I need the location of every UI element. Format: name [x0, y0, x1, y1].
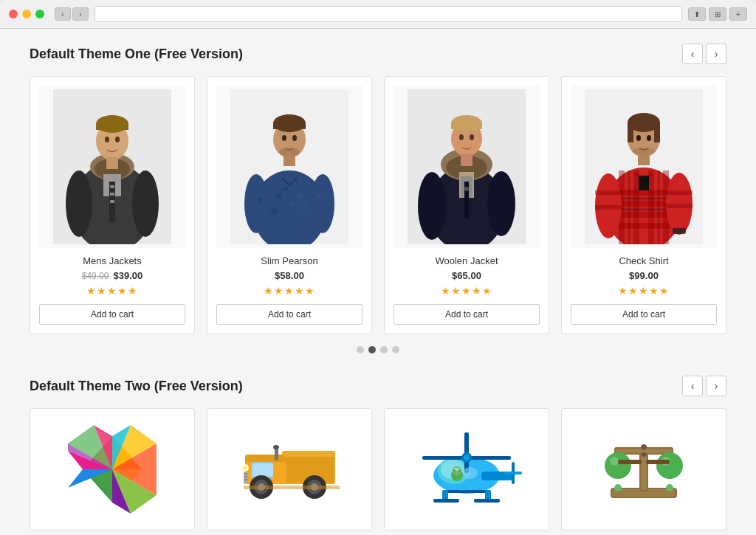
product-card-check-shirt: Check Shirt $99.00 ★★★★★ Add to cart [561, 76, 726, 334]
svg-point-20 [291, 201, 295, 206]
product-prices-mens-jackets: $49.00 $39.00 [82, 270, 142, 281]
toy-card-helicopter [384, 408, 549, 531]
browser-actions: ⬆ ⊞ + [688, 7, 747, 21]
add-to-cart-mens-jackets[interactable]: Add to cart [39, 304, 185, 325]
svg-point-146 [605, 452, 631, 479]
svg-rect-16 [110, 200, 114, 203]
stars-mens-jackets: ★★★★★ [86, 285, 138, 297]
dot-2[interactable] [368, 346, 376, 353]
svg-rect-7 [96, 124, 128, 130]
svg-point-34 [292, 135, 297, 141]
prev-button-one[interactable]: ‹ [682, 44, 703, 64]
section-title-two: Default Theme Two (Free Version) [30, 379, 243, 394]
svg-rect-129 [444, 490, 489, 493]
add-to-cart-slim-pearson[interactable]: Add to cart [216, 304, 362, 325]
svg-rect-66 [639, 176, 649, 190]
dot-3[interactable] [380, 346, 388, 353]
toy-card-dump-truck [207, 408, 372, 531]
svg-rect-124 [504, 472, 522, 474]
carousel-nav-one: ‹ › [682, 44, 726, 64]
svg-point-81 [633, 148, 655, 155]
svg-rect-77 [628, 128, 633, 142]
price-woolen-jacket: $65.00 [452, 270, 481, 281]
minimize-button[interactable] [22, 10, 31, 18]
product-prices-slim-pearson: $58.00 [275, 270, 304, 281]
svg-rect-14 [110, 185, 114, 188]
new-tab-button[interactable]: ⊞ [709, 7, 726, 21]
stars-woolen-jacket: ★★★★★ [441, 285, 492, 297]
svg-point-139 [463, 467, 478, 479]
svg-point-157 [642, 452, 646, 457]
address-bar[interactable] [94, 6, 682, 22]
svg-point-48 [418, 172, 446, 240]
svg-point-80 [647, 135, 651, 141]
dot-1[interactable] [357, 346, 364, 353]
share-button[interactable]: ⬆ [688, 7, 706, 21]
toy-grid [30, 408, 726, 531]
svg-point-22 [298, 193, 303, 199]
svg-rect-73 [673, 228, 686, 234]
product-prices-check-shirt: $99.00 [629, 270, 659, 281]
carousel-nav-two: ‹ › [682, 376, 726, 396]
add-to-cart-check-shirt[interactable]: Add to cart [571, 304, 717, 325]
plus-button[interactable]: + [729, 7, 747, 21]
svg-point-51 [464, 187, 469, 191]
product-card-mens-jackets: Mens Jackets $49.00 $39.00 ★★★★★ Add to … [30, 76, 195, 334]
svg-point-79 [636, 135, 641, 141]
prev-button-two[interactable]: ‹ [682, 376, 703, 396]
toy-image-wooden-toy [571, 418, 717, 521]
product-name-check-shirt: Check Shirt [619, 255, 668, 266]
add-to-cart-woolen-jacket[interactable]: Add to cart [394, 304, 540, 325]
product-card-woolen-jacket: Woolen Jacket $65.00 ★★★★★ Add to cart [384, 76, 549, 334]
svg-point-33 [282, 135, 286, 141]
product-image-woolen-jacket [394, 86, 540, 248]
dot-4[interactable] [392, 346, 399, 353]
product-card-slim-pearson: Slim Pearson $58.00 ★★★★★ Add to cart [207, 76, 372, 334]
nav-buttons: ‹ › [55, 7, 89, 21]
svg-rect-31 [273, 123, 306, 129]
svg-point-148 [656, 452, 683, 479]
price-new-mens-jackets: $39.00 [113, 270, 142, 281]
svg-rect-101 [252, 463, 273, 477]
product-name-woolen-jacket: Woolen Jacket [435, 255, 498, 266]
svg-point-28 [317, 194, 321, 199]
maximize-button[interactable] [35, 10, 44, 18]
next-button-two[interactable]: › [706, 376, 726, 396]
back-button[interactable]: ‹ [55, 7, 71, 21]
svg-point-147 [610, 457, 619, 466]
svg-point-8 [105, 137, 109, 142]
svg-rect-44 [451, 123, 482, 129]
svg-rect-35 [284, 156, 295, 166]
carousel-dots-one [30, 346, 726, 353]
svg-point-114 [273, 445, 279, 449]
section-title-one: Default Theme One (Free Version) [30, 46, 243, 62]
product-image-mens-jackets [39, 86, 185, 248]
close-button[interactable] [9, 10, 18, 18]
svg-point-24 [302, 205, 306, 210]
svg-rect-78 [654, 128, 660, 142]
browser-chrome: ‹ › ⬆ ⊞ + [0, 0, 756, 29]
toy-card-star-puzzle [30, 408, 195, 531]
svg-rect-104 [244, 473, 247, 474]
svg-point-153 [666, 484, 673, 491]
svg-point-9 [115, 137, 120, 142]
stars-slim-pearson: ★★★★★ [264, 285, 315, 297]
svg-point-49 [487, 171, 515, 236]
svg-point-32 [279, 148, 300, 156]
svg-rect-102 [245, 455, 286, 462]
svg-point-23 [271, 207, 278, 215]
svg-rect-47 [461, 154, 472, 166]
product-image-slim-pearson [216, 86, 362, 248]
next-button-one[interactable]: › [706, 44, 726, 64]
svg-point-19 [275, 193, 281, 199]
svg-rect-106 [244, 479, 247, 480]
stars-check-shirt: ★★★★★ [618, 285, 670, 297]
toy-card-wooden-toy [561, 408, 726, 531]
section-theme-two: Default Theme Two (Free Version) ‹ › [30, 376, 726, 531]
product-name-slim-pearson: Slim Pearson [261, 255, 317, 266]
price-old-mens-jackets: $49.00 [82, 271, 109, 281]
svg-rect-133 [474, 499, 500, 503]
forward-button[interactable]: › [72, 7, 89, 21]
product-name-mens-jackets: Mens Jackets [83, 255, 141, 266]
price-check-shirt: $99.00 [629, 270, 659, 281]
